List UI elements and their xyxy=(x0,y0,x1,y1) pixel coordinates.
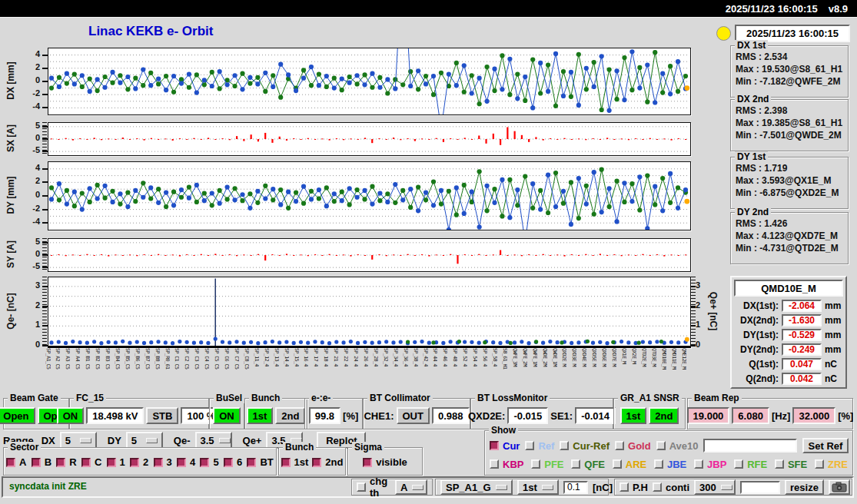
show-region-are[interactable]: ARE xyxy=(613,459,646,470)
checkbox-icon[interactable] xyxy=(619,482,629,492)
show-region-rfe[interactable]: RFE xyxy=(734,459,767,470)
checkbox-icon[interactable] xyxy=(734,459,743,469)
checkbox-icon[interactable] xyxy=(32,458,41,467)
bpm-label: QMD11E_M xyxy=(671,348,676,392)
on-button[interactable]: ON xyxy=(213,407,241,424)
checkbox-icon[interactable] xyxy=(200,458,209,467)
checkbox-icon[interactable] xyxy=(571,459,580,469)
range-dropdown-dx[interactable]: 5 xyxy=(60,432,97,449)
checkbox-icon[interactable] xyxy=(615,441,624,450)
bpm-label: SP_R0_61 xyxy=(164,348,170,392)
points-dropdown[interactable]: 300 xyxy=(694,479,736,495)
group-title-fc15: FC_15 xyxy=(74,393,106,403)
1st-button[interactable]: 1st xyxy=(247,407,274,424)
open-button[interactable]: Open xyxy=(0,407,35,424)
2nd-button[interactable]: 2nd xyxy=(649,407,679,424)
show-region-kbp[interactable]: KBP xyxy=(490,459,523,470)
bunch-option-1st[interactable]: 1st xyxy=(281,456,309,468)
sector-option-r[interactable]: R xyxy=(56,456,76,468)
extra-input[interactable] xyxy=(740,481,780,494)
show-row1: CurRefCur-RefGoldAve10Set Ref xyxy=(490,438,849,453)
show-region-zre[interactable]: ZRE xyxy=(815,459,848,470)
dx-orange-marker xyxy=(684,85,689,91)
stb-button[interactable]: STB xyxy=(146,407,178,424)
checkbox-icon[interactable] xyxy=(654,459,663,469)
checkbox-icon[interactable] xyxy=(613,459,622,469)
checkbox-icon[interactable] xyxy=(653,482,662,492)
set-ref-button[interactable]: Set Ref xyxy=(802,438,849,453)
chg-th-dropdown[interactable]: A xyxy=(395,479,427,495)
on-button[interactable]: ON xyxy=(57,407,85,424)
show-option-cur[interactable]: Cur xyxy=(490,440,520,452)
checkbox-icon[interactable] xyxy=(560,441,569,450)
sector-option-5[interactable]: 5 xyxy=(200,456,218,468)
y-tick-qe: 2 xyxy=(20,300,40,310)
stats-line: Max : 3.593@QX1E_M xyxy=(731,174,848,187)
threshold-input[interactable]: 0.1 xyxy=(563,481,588,494)
checkbox-icon[interactable] xyxy=(56,458,65,467)
sector-option-b[interactable]: B xyxy=(32,456,51,468)
sector-option-c[interactable]: C xyxy=(81,456,101,468)
show-region-jbp[interactable]: JBP xyxy=(694,459,726,470)
show-region-pfe[interactable]: PFE xyxy=(531,459,563,470)
checkbox-icon[interactable] xyxy=(490,459,499,469)
chg-th-checkbox[interactable]: chg th xyxy=(357,476,390,499)
checkbox-icon[interactable] xyxy=(815,459,824,469)
2nd-button[interactable]: 2nd xyxy=(275,407,305,424)
main-area: Linac KEKB e- Orbit 2025/11/23 16:00:15 … xyxy=(0,17,857,504)
range-dropdown-dy[interactable]: 5 xyxy=(126,432,163,449)
bunch-dropdown[interactable]: 1st xyxy=(517,479,559,495)
checkbox-icon[interactable] xyxy=(224,458,233,467)
checkbox-icon[interactable] xyxy=(281,458,291,467)
out-button[interactable]: OUT xyxy=(397,407,430,424)
show-option-label: Ave10 xyxy=(669,440,699,452)
checkbox-icon[interactable] xyxy=(107,458,116,467)
ph-checkbox[interactable]: P.H xyxy=(619,482,648,493)
show-region-qfe[interactable]: QFE xyxy=(571,459,605,470)
show-option-cur-ref[interactable]: Cur-Ref xyxy=(560,440,610,452)
sector-option-3[interactable]: 3 xyxy=(154,456,172,468)
dropdown-indicator-icon xyxy=(721,485,732,490)
bunch-option-2nd[interactable]: 2nd xyxy=(312,456,343,468)
y-axis-label-dx: DX [mm] xyxy=(5,61,16,99)
sector-option-2[interactable]: 2 xyxy=(130,456,148,468)
1st-button[interactable]: 1st xyxy=(620,407,647,424)
dropdown-indicator-icon xyxy=(219,438,231,443)
checkbox-icon[interactable] xyxy=(312,458,321,467)
checkbox-icon[interactable] xyxy=(531,459,540,469)
checkbox-icon[interactable] xyxy=(357,482,366,492)
stats-line: RMS : 2.398 xyxy=(731,104,848,117)
screenshot-button[interactable] xyxy=(829,479,850,495)
resize-button[interactable]: resize xyxy=(785,479,824,495)
sector-option-1[interactable]: 1 xyxy=(107,456,125,468)
sector-option-4[interactable]: 4 xyxy=(177,456,195,468)
checkbox-icon[interactable] xyxy=(490,441,499,450)
sector-option-a[interactable]: A xyxy=(6,456,26,468)
sector-option-bt[interactable]: BT xyxy=(247,456,273,468)
checkbox-icon[interactable] xyxy=(81,458,91,467)
range-dropdown-qe-[interactable]: 3.5 xyxy=(195,432,232,449)
checkbox-icon[interactable] xyxy=(247,458,256,467)
sector-option-6[interactable]: 6 xyxy=(224,456,242,468)
checkbox-icon[interactable] xyxy=(694,459,703,469)
dropdown-value: 1st xyxy=(523,482,537,493)
sigma-option-visible[interactable]: visible xyxy=(363,456,407,468)
checkbox-icon[interactable] xyxy=(6,458,15,467)
checkbox-icon[interactable] xyxy=(154,458,163,467)
checkbox-icon[interactable] xyxy=(363,458,372,467)
checkbox-icon[interactable] xyxy=(177,458,186,467)
bpm-label: QX1E_M xyxy=(621,348,626,392)
checkbox-icon[interactable] xyxy=(525,441,534,450)
checkbox-icon[interactable] xyxy=(775,459,784,469)
show-region-jbe[interactable]: JBE xyxy=(654,459,686,470)
conti-checkbox[interactable]: conti xyxy=(653,482,689,493)
show-option-ref[interactable]: Ref xyxy=(525,440,554,452)
device-dropdown[interactable]: SP_A1_G xyxy=(440,479,513,495)
show-option-gold[interactable]: Gold xyxy=(615,440,651,452)
ref-name-input[interactable] xyxy=(703,439,797,453)
checkbox-icon[interactable] xyxy=(656,441,666,450)
show-option-ave10[interactable]: Ave10 xyxy=(656,440,699,452)
bpm-label: SP_58_4 xyxy=(492,348,497,392)
checkbox-icon[interactable] xyxy=(130,458,139,467)
show-region-sfe[interactable]: SFE xyxy=(775,459,807,470)
